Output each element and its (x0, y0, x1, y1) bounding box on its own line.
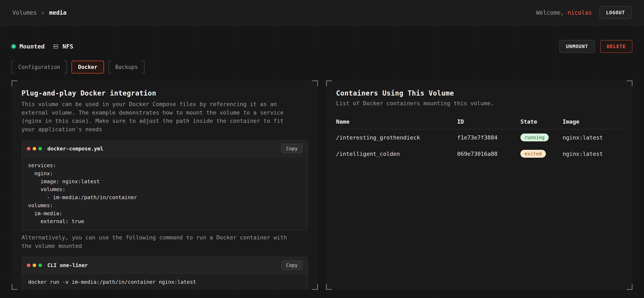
panel-title: Containers Using This Volume (336, 89, 622, 97)
welcome-prefix: Welcome, (536, 9, 564, 16)
containers-panel: Containers Using This Volume List of Doc… (326, 80, 632, 290)
window-dot-maximize-icon (38, 264, 42, 267)
tab-label: Backups (115, 64, 138, 70)
fs-type-label: NFS (62, 43, 73, 50)
column-header-id: ID (457, 119, 520, 125)
code-filename: CLI one-liner (47, 262, 88, 268)
chevron-right-icon: > (41, 9, 45, 16)
container-id: 069e73016a88 (457, 151, 520, 157)
breadcrumb-current: media (49, 9, 66, 16)
breadcrumb-volumes-link[interactable]: Volumes (12, 9, 37, 16)
column-header-image: Image (562, 119, 622, 125)
panel-title: Plug-and-play Docker integration (22, 89, 308, 97)
top-bar: Volumes > media Welcome, nicolas LOGOUT (0, 0, 644, 26)
welcome-text: Welcome, nicolas (536, 9, 592, 16)
cli-code-window: CLI one-liner Copy docker run -v im-medi… (22, 257, 308, 290)
window-dot-maximize-icon (38, 147, 42, 150)
logout-button[interactable]: LOGOUT (599, 6, 632, 19)
container-state-cell: exited (520, 150, 562, 158)
window-dot-minimize-icon (33, 264, 36, 267)
code-window-header: docker-compose.yml Copy (22, 141, 308, 157)
tab-configuration[interactable]: Configuration (12, 61, 67, 73)
corner-bracket-icon (12, 284, 17, 290)
tab-docker[interactable]: Docker (72, 61, 104, 73)
container-image: nginx:latest (562, 134, 622, 141)
corner-bracket-icon (326, 80, 332, 86)
code-body: docker run -v im-media:/path/in/containe… (22, 274, 308, 290)
compose-code-window: docker-compose.yml Copy services: nginx:… (22, 140, 308, 231)
copy-cli-button[interactable]: Copy (281, 261, 302, 270)
header-right: Welcome, nicolas LOGOUT (536, 6, 632, 19)
container-name: /intelligent_colden (336, 151, 457, 157)
column-header-name: Name (336, 119, 457, 125)
mounted-status-dot (12, 44, 16, 48)
window-dot-close-icon (27, 264, 30, 267)
tab-label: Configuration (18, 64, 60, 70)
container-id: f1e73e7f3884 (457, 134, 520, 141)
code-body: services: nginx: image: nginx:latest vol… (22, 157, 308, 230)
status-badge: exited (520, 150, 546, 158)
column-header-state: State (520, 119, 562, 125)
table-row: /interesting_grothendieck f1e73e7f3884 r… (336, 129, 622, 146)
code-filename: docker-compose.yml (47, 146, 103, 152)
table-header-row: Name ID State Image (336, 115, 622, 129)
corner-bracket-icon (326, 284, 332, 290)
mounted-label: Mounted (20, 43, 45, 50)
corner-bracket-icon (627, 80, 632, 86)
copy-compose-button[interactable]: Copy (281, 144, 302, 153)
corner-bracket-icon (12, 80, 17, 86)
cli-code: docker run -v im-media:/path/in/containe… (28, 278, 301, 286)
window-controls (27, 264, 42, 267)
compose-code: services: nginx: image: nginx:latest vol… (28, 161, 301, 226)
table-row: /intelligent_colden 069e73016a88 exited … (336, 146, 622, 162)
corner-bracket-icon (312, 284, 318, 290)
tab-label: Docker (78, 64, 98, 70)
corner-bracket-icon (627, 284, 632, 290)
main-content: Mounted NFS UNMOUNT DELETE Configuration… (0, 26, 644, 290)
username: nicolas (568, 9, 592, 16)
container-state-cell: running (520, 134, 562, 141)
corner-bracket-icon (312, 80, 318, 86)
panels: Plug-and-play Docker integration This vo… (12, 80, 632, 290)
volume-actions: UNMOUNT DELETE (559, 40, 632, 53)
containers-table: Name ID State Image /interesting_grothen… (336, 115, 622, 162)
unmount-button[interactable]: UNMOUNT (559, 40, 594, 53)
status-row: Mounted NFS UNMOUNT DELETE (12, 40, 632, 52)
panel-description: This volume can be used in your Docker C… (22, 100, 292, 134)
container-name: /interesting_grothendieck (336, 134, 457, 141)
status-badge: running (520, 134, 549, 141)
window-controls (27, 147, 42, 150)
breadcrumb: Volumes > media (12, 9, 66, 16)
window-dot-close-icon (27, 147, 30, 150)
container-image: nginx:latest (562, 151, 622, 157)
panel-subtitle: List of Docker containers mounting this … (336, 100, 622, 107)
server-icon (53, 43, 59, 49)
tab-backups[interactable]: Backups (108, 61, 144, 73)
code-window-header: CLI one-liner Copy (22, 257, 308, 274)
docker-integration-panel: Plug-and-play Docker integration This vo… (12, 80, 318, 290)
window-dot-minimize-icon (33, 147, 36, 150)
tab-bar: Configuration Docker Backups (12, 61, 632, 73)
delete-button[interactable]: DELETE (600, 40, 632, 53)
cli-intro-text: Alternatively, you can use the following… (22, 233, 292, 250)
volume-status: Mounted NFS (12, 43, 73, 50)
